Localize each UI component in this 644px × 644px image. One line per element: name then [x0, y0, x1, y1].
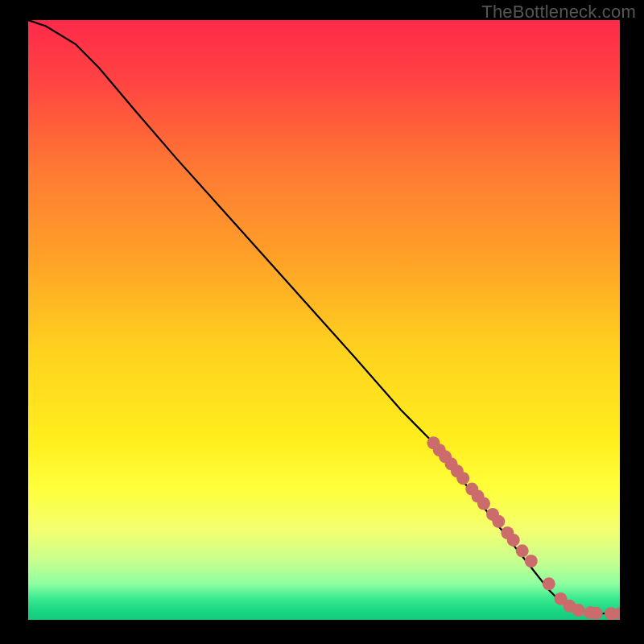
watermark-text: TheBottleneck.com — [481, 2, 636, 23]
scatter-dot — [456, 472, 469, 485]
scatter-dot — [492, 515, 505, 528]
scatter-dot — [590, 607, 603, 620]
plot-area — [28, 20, 620, 620]
gradient-background — [28, 20, 620, 620]
scatter-dot — [572, 604, 585, 617]
scatter-dot — [507, 534, 520, 547]
scatter-dot — [543, 577, 555, 590]
plot-svg — [28, 20, 620, 620]
scatter-dot — [525, 555, 538, 568]
scatter-dot — [477, 497, 490, 510]
chart-container: TheBottleneck.com — [0, 0, 644, 644]
scatter-dot — [516, 544, 529, 557]
